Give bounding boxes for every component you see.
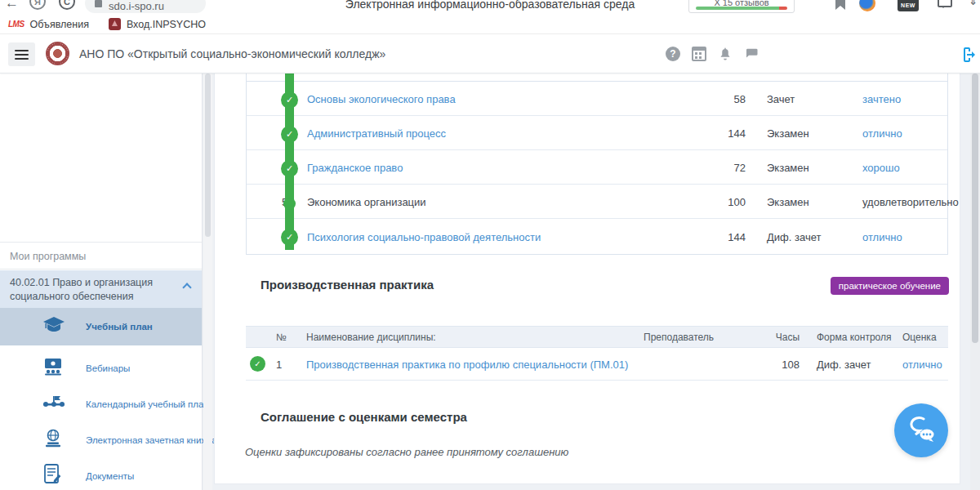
- timeline-flag-icon: [42, 394, 65, 414]
- col-header-num: №: [276, 332, 287, 343]
- nav-circle-icon[interactable]: Я: [29, 0, 46, 10]
- chevron-up-icon: [182, 283, 191, 292]
- check-badge: ✓: [281, 229, 298, 246]
- col-header-form: Форма контроля: [817, 332, 892, 343]
- logout-icon[interactable]: [957, 45, 977, 65]
- sidebar-program-item[interactable]: 40.02.01 Право и организация социального…: [0, 270, 202, 308]
- new-extension-badge[interactable]: NEW: [898, 0, 919, 11]
- discipline-link[interactable]: Административный процесс: [307, 127, 446, 139]
- hours: 108: [751, 358, 800, 370]
- table-row: 3 Административный процесс 144 Экзамен о…: [247, 116, 947, 150]
- browser-toolbar: ← Я C sdo.i-spo.ru Электронная информаци…: [0, 0, 980, 15]
- sidebar-item-label: Учебный план: [86, 322, 153, 332]
- college-logo: [46, 42, 69, 65]
- check-badge: ✓: [281, 126, 298, 143]
- graduation-cap-icon: [42, 316, 65, 337]
- table-row: 5 Экономика организации 100 Экзамен удов…: [247, 185, 947, 219]
- sidebar-item-webinars[interactable]: Вебинары: [0, 350, 202, 386]
- practice-discipline-link[interactable]: Производственная практика по профилю спе…: [306, 358, 628, 370]
- document-pencil-icon: [42, 464, 62, 488]
- discipline-link[interactable]: Психология социально-правовой деятельнос…: [307, 230, 541, 243]
- url-text: sdo.i-spo.ru: [109, 0, 164, 12]
- hours: 58: [684, 92, 746, 105]
- bookmark-label: Вход.INPSYCHO: [127, 19, 206, 30]
- practice-section-heading: Производственная практика: [261, 278, 434, 292]
- emblem-icon: [109, 18, 121, 30]
- practice-type-badge[interactable]: практическое обучение: [831, 277, 949, 295]
- grade-link[interactable]: отлично: [862, 230, 902, 243]
- control-form: Экзамен: [767, 127, 809, 139]
- row-number: 1: [276, 358, 282, 370]
- page-scrollbar[interactable]: [970, 74, 980, 490]
- table-row: ✓ 1 Производственная практика по профилю…: [246, 348, 948, 381]
- col-header-hours: Часы: [751, 332, 800, 343]
- program-label: 40.02.01 Право и организация социального…: [10, 277, 153, 302]
- grade-link[interactable]: отлично: [902, 358, 942, 370]
- control-form: Экзамен: [767, 195, 809, 207]
- bookmark-inpsycho[interactable]: Вход.INPSYCHO: [97, 18, 206, 30]
- check-badge: ✓: [250, 356, 265, 372]
- agreement-heading: Соглашение с оценками семестра: [261, 410, 467, 424]
- control-form: Зачет: [767, 92, 795, 105]
- sidebar-item-documents[interactable]: Документы: [0, 458, 202, 490]
- notifications-bell-icon[interactable]: [718, 47, 733, 61]
- check-badge: ✓: [281, 160, 298, 177]
- sidebar: Мои программы 40.02.01 Право и организац…: [0, 74, 203, 490]
- semester-disciplines-table: ✓ ✓ ✓ ✓ 2 Основы экологического права 58…: [246, 74, 948, 255]
- sidebar-scrollbar[interactable]: [203, 74, 212, 490]
- grade-link[interactable]: зачтено: [862, 92, 901, 105]
- discipline-link[interactable]: Гражданское право: [307, 161, 403, 173]
- control-form: Экзамен: [767, 161, 809, 173]
- sidebar-item-label: Документы: [86, 471, 134, 481]
- discipline-link[interactable]: Основы экологического права: [307, 92, 456, 105]
- rating-extension-widget[interactable]: Х 15 отзывов: [688, 0, 795, 13]
- menu-toggle-button[interactable]: [8, 42, 35, 66]
- main-content: ✓ ✓ ✓ ✓ 2 Основы экологического права 58…: [214, 74, 960, 484]
- lms-logo-icon: LMS: [8, 20, 24, 29]
- discipline-name: Экономика организации: [307, 195, 426, 207]
- col-header-name: Наименование дисциплины:: [306, 332, 436, 343]
- download-icon[interactable]: ⇓: [969, 0, 978, 7]
- hours: 144: [684, 127, 746, 139]
- address-bar[interactable]: sdo.i-spo.ru: [85, 0, 206, 13]
- sidebar-item-calendar-plan[interactable]: Календарный учебный план: [0, 386, 202, 422]
- bookmark-announcements[interactable]: LMS Объявления: [8, 19, 89, 30]
- extension-circle-icon[interactable]: [859, 0, 875, 11]
- back-icon[interactable]: ←: [5, 0, 19, 11]
- sidebar-item-label: Календарный учебный план: [86, 399, 209, 409]
- app-header: АНО ПО «Открытый социально-экономический…: [0, 34, 980, 74]
- table-row-partial: [247, 74, 947, 82]
- hours: 72: [684, 161, 746, 173]
- grade: удовлетворительно: [862, 195, 959, 207]
- agreement-note: Оценки зафиксированы согласно ранее прин…: [245, 446, 568, 458]
- practice-table: № Наименование дисциплины: Преподаватель…: [246, 326, 948, 381]
- table-row: 2 Основы экологического права 58 Зачет з…: [247, 82, 947, 116]
- sidebar-item-gradebook[interactable]: Электронная зачетная книжка: [0, 422, 202, 458]
- reload-icon[interactable]: C: [59, 0, 75, 10]
- bookmark-icon[interactable]: [835, 0, 845, 10]
- practice-table-header: № Наименование дисциплины: Преподаватель…: [246, 326, 948, 348]
- globe-book-icon: [42, 429, 64, 452]
- lock-icon: [95, 0, 102, 7]
- support-chat-button[interactable]: [894, 403, 948, 457]
- col-header-grade: Оценка: [902, 332, 937, 343]
- help-icon[interactable]: ?: [666, 47, 680, 61]
- sidebar-item-label: Вебинары: [86, 363, 130, 373]
- page-body: Мои программы 40.02.01 Право и организац…: [0, 74, 980, 490]
- col-header-teacher: Преподаватель: [644, 332, 714, 343]
- table-row: 4 Гражданское право 72 Экзамен хорошо: [247, 150, 947, 185]
- grade-link[interactable]: хорошо: [862, 161, 900, 173]
- bookmarks-bar: LMS Объявления Вход.INPSYCHO: [0, 15, 980, 34]
- dot-badge: [283, 198, 296, 210]
- control-form: Диф. зачет: [767, 230, 821, 243]
- hours: 144: [684, 230, 746, 243]
- calendar-icon[interactable]: [692, 47, 706, 61]
- bookmark-label: Объявления: [30, 19, 89, 30]
- messages-icon[interactable]: [744, 47, 759, 61]
- sidebar-item-curriculum[interactable]: Учебный план: [0, 308, 202, 345]
- chat-extension-icon[interactable]: [938, 0, 952, 7]
- grade-link[interactable]: отлично: [862, 127, 902, 139]
- control-form: Диф. зачет: [817, 358, 871, 370]
- webinar-screen-icon: [42, 358, 64, 379]
- hours: 100: [684, 195, 746, 207]
